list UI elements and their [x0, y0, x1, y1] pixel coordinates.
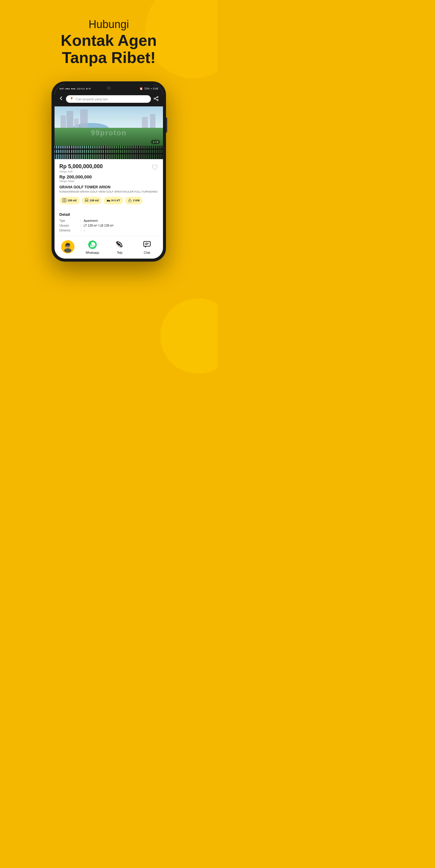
search-placeholder: Cari properti yang lain [76, 97, 108, 101]
tag-building-area: 139 m2 [81, 197, 102, 204]
property-details: Rp 5,000,000,000 Harga Jual Rp 200,000,0… [55, 159, 163, 209]
price-secondary-label: Harga Sewa [59, 180, 103, 183]
price-row: Rp 5,000,000,000 Harga Jual Rp 200,000,0… [59, 163, 158, 183]
detail-val-tipe: Apartment [84, 219, 98, 222]
detail-row-tipe: Tipe : Apartment [59, 219, 158, 222]
detail-val-dimensi: - [84, 229, 85, 232]
header-subtitle: Hubungi [61, 18, 157, 31]
chat-label: Chat [144, 251, 150, 254]
image-counter: 1 / 8 [151, 140, 160, 144]
property-tags: 139 m2 139 m2 🛏 [59, 197, 158, 204]
alarm-icon: ⏰ [139, 87, 143, 90]
bed-icon: 🛏 [107, 198, 110, 202]
price-main: Rp 5,000,000,000 [59, 163, 103, 170]
property-desc-text: KONDOMINIUM GRAHA GOLF VIEW GOLF SPEKTAK… [59, 190, 158, 193]
land-icon [62, 198, 66, 203]
svg-point-9 [64, 248, 71, 253]
detail-title: Detail [59, 212, 158, 217]
phone-camera [107, 86, 110, 90]
tag-bathroom: 2 KM [125, 197, 143, 204]
svg-line-4 [155, 99, 157, 100]
chat-button[interactable]: Chat [133, 239, 161, 254]
whatsapp-button[interactable]: Whatsapp [79, 239, 106, 254]
price-info: Rp 5,000,000,000 Harga Jual Rp 200,000,0… [59, 163, 103, 183]
svg-point-2 [154, 98, 155, 99]
phone-icon [114, 239, 125, 250]
building-icon [85, 198, 89, 203]
chat-icon [142, 239, 153, 250]
detail-key-ukuran: Ukuran [59, 224, 80, 227]
phone-frame: WiFi ●●● ●●● 120 K/s ⊕ ✉ ⏰ 72% ▪ 5:06 [52, 82, 166, 261]
bath-icon [128, 198, 132, 203]
whatsapp-label: Whatsapp [86, 251, 99, 254]
detail-colon-3: : [80, 229, 81, 232]
phone-screen: WiFi ●●● ●●● 120 K/s ⊕ ✉ ⏰ 72% ▪ 5:06 [55, 84, 163, 258]
search-bar[interactable]: 📍 Cari properti yang lain [66, 95, 151, 103]
property-image: 99proton 1 / 8 [55, 106, 163, 159]
price-main-label: Harga Jual [59, 170, 103, 173]
svg-line-3 [155, 97, 157, 98]
svg-rect-12 [67, 245, 69, 247]
detail-val-ukuran: LT 139 m² / LB 139 m² [84, 224, 113, 227]
detail-colon-1: : [80, 219, 81, 222]
svg-rect-11 [65, 245, 67, 247]
detail-row-dimensi: Dimensi : - [59, 229, 158, 232]
location-icon: 📍 [70, 97, 74, 101]
detail-colon-2: : [80, 224, 81, 227]
notification-icons: ⊕ ✉ [86, 87, 91, 90]
svg-point-1 [157, 99, 158, 101]
tag-bathroom-label: 2 KM [133, 199, 140, 202]
bottom-action-bar: Whatsapp [55, 236, 163, 258]
share-button[interactable] [153, 96, 159, 102]
header-section: Hubungi Kontak Agen Tanpa Ribet! [49, 0, 169, 75]
app-header: 📍 Cari properti yang lain [55, 93, 163, 106]
svg-point-0 [157, 96, 158, 98]
status-left: WiFi ●●● ●●● 120 K/s ⊕ ✉ [59, 87, 91, 90]
header-title-line1: Kontak Agen [61, 32, 157, 49]
speed-indicator: 120 K/s [76, 87, 85, 90]
header-title-line2: Tanpa Ribet! [62, 49, 156, 66]
tag-bedroom: 🛏 3+1 KT [104, 197, 123, 204]
bg-decoration-bottom [160, 299, 218, 374]
tag-land-label: 139 m2 [67, 199, 77, 202]
svg-rect-6 [86, 200, 87, 201]
detail-section: Detail Tipe : Apartment Ukuran : LT 139 … [55, 209, 163, 236]
tag-bedroom-label: 3+1 KT [111, 199, 120, 202]
wifi-icon: WiFi [59, 87, 64, 90]
telp-label: Telp [117, 251, 122, 254]
detail-key-dimensi: Dimensi [59, 229, 80, 232]
phone-side-button [166, 118, 167, 133]
signal-bars-2: ●●● [71, 87, 76, 90]
status-right: ⏰ 72% ▪ 5:06 [139, 87, 158, 90]
detail-row-ukuran: Ukuran : LT 139 m² / LB 139 m² [59, 224, 158, 227]
battery-icon: ▪ [150, 87, 152, 90]
svg-rect-15 [144, 241, 150, 246]
watermark: 99proton [91, 129, 127, 137]
whatsapp-icon [87, 239, 98, 250]
tag-land-area: 139 m2 [59, 197, 80, 204]
phone-mockup: WiFi ●●● ●●● 120 K/s ⊕ ✉ ⏰ 72% ▪ 5:06 [52, 82, 166, 261]
svg-rect-7 [87, 200, 87, 201]
back-button[interactable] [59, 96, 64, 102]
battery-percent: 72% [144, 87, 149, 90]
price-secondary: Rp 200,000,000 [59, 174, 103, 179]
property-name: GRAHA GOLF TOWER ARION [59, 185, 158, 189]
favorite-button[interactable] [152, 164, 158, 172]
detail-key-tipe: Tipe [59, 219, 80, 222]
tag-building-label: 139 m2 [90, 199, 99, 202]
agent-avatar-button[interactable] [57, 240, 79, 253]
time: 5:06 [153, 87, 158, 90]
header-title: Kontak Agen Tanpa Ribet! [61, 32, 157, 66]
agent-avatar [61, 240, 74, 253]
signal-bars: ●●● [65, 87, 70, 90]
telp-button[interactable]: Telp [106, 239, 133, 254]
property-description: KONDOMINIUM GRAHA GOLF VIEW GOLF SPEKTAK… [59, 190, 158, 194]
